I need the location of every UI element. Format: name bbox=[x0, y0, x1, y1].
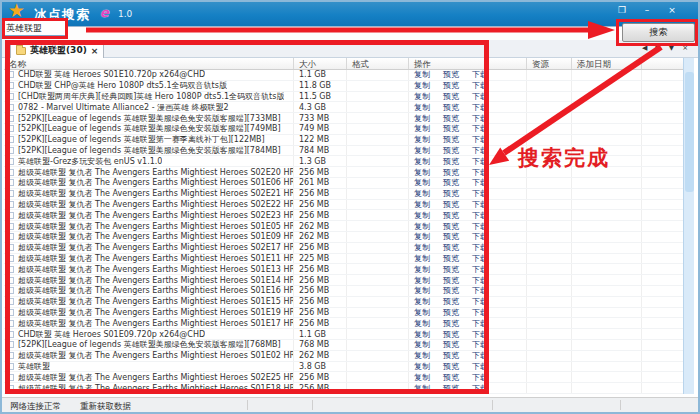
download-link[interactable]: 下载 bbox=[472, 70, 488, 80]
download-link[interactable]: 下载 bbox=[472, 210, 488, 220]
download-link[interactable]: 下载 bbox=[472, 243, 488, 253]
preview-link[interactable]: 预览 bbox=[443, 243, 459, 253]
download-link[interactable]: 下载 bbox=[472, 81, 488, 91]
preview-link[interactable]: 预览 bbox=[443, 189, 459, 199]
copy-link[interactable]: 复制 bbox=[414, 383, 430, 393]
file-checkbox[interactable] bbox=[7, 223, 14, 230]
download-link[interactable]: 下载 bbox=[472, 329, 488, 339]
download-link[interactable]: 下载 bbox=[472, 135, 488, 145]
copy-link[interactable]: 复制 bbox=[414, 351, 430, 361]
preview-link[interactable]: 预览 bbox=[443, 329, 459, 339]
download-link[interactable]: 下载 bbox=[472, 340, 488, 350]
file-checkbox[interactable] bbox=[7, 374, 14, 381]
table-row[interactable]: 超级英雄联盟 复仇者 The Avengers Earths Mightiest… bbox=[4, 243, 694, 254]
scrollbar-thumb[interactable] bbox=[685, 72, 694, 192]
vertical-scrollbar[interactable] bbox=[683, 58, 694, 394]
download-link[interactable]: 下载 bbox=[472, 254, 488, 264]
copy-link[interactable]: 复制 bbox=[414, 254, 430, 264]
download-link[interactable]: 下载 bbox=[472, 383, 488, 393]
download-link[interactable]: 下载 bbox=[472, 102, 488, 112]
download-link[interactable]: 下载 bbox=[472, 297, 488, 307]
download-link[interactable]: 下载 bbox=[472, 200, 488, 210]
file-checkbox[interactable] bbox=[7, 255, 14, 262]
preview-link[interactable]: 预览 bbox=[443, 383, 459, 393]
table-row[interactable]: [CHD联盟两周年庆典][经典回顾]英雄 Hero 1080P dts5.1全码… bbox=[4, 92, 694, 103]
copy-link[interactable]: 复制 bbox=[414, 372, 430, 382]
file-checkbox[interactable] bbox=[7, 169, 14, 176]
table-row[interactable]: 超级英雄联盟 复仇者 The Avengers Earths Mightiest… bbox=[4, 286, 694, 297]
copy-link[interactable]: 复制 bbox=[414, 243, 430, 253]
file-checkbox[interactable] bbox=[7, 82, 14, 89]
tab-scroll-right-icon[interactable]: ▶ bbox=[655, 43, 660, 53]
download-link[interactable]: 下载 bbox=[472, 286, 488, 296]
preview-link[interactable]: 预览 bbox=[443, 210, 459, 220]
preview-link[interactable]: 预览 bbox=[443, 124, 459, 134]
download-link[interactable]: 下载 bbox=[472, 92, 488, 102]
preview-link[interactable]: 预览 bbox=[443, 135, 459, 145]
file-checkbox[interactable] bbox=[7, 158, 14, 165]
file-checkbox[interactable] bbox=[7, 136, 14, 143]
download-link[interactable]: 下载 bbox=[472, 178, 488, 188]
file-checkbox[interactable] bbox=[7, 385, 14, 392]
table-row[interactable]: 0782 - Marvel Ultimate Alliance2 - 漫画英雄 … bbox=[4, 102, 694, 113]
table-row[interactable]: 超级英雄联盟 复仇者 The Avengers Earths Mightiest… bbox=[4, 221, 694, 232]
copy-link[interactable]: 复制 bbox=[414, 167, 430, 177]
file-checkbox[interactable] bbox=[7, 341, 14, 348]
column-header-resource[interactable]: 资源 bbox=[527, 58, 572, 69]
search-input[interactable] bbox=[3, 20, 66, 36]
table-row[interactable]: 超级英雄联盟 复仇者 The Avengers Earths Mightiest… bbox=[4, 308, 694, 319]
table-row[interactable]: 超级英雄联盟 复仇者 The Avengers Earths Mightiest… bbox=[4, 275, 694, 286]
copy-link[interactable]: 复制 bbox=[414, 297, 430, 307]
copy-link[interactable]: 复制 bbox=[414, 81, 430, 91]
table-row[interactable]: 超级英雄联盟 复仇者 The Avengers Earths Mightiest… bbox=[4, 318, 694, 329]
preview-link[interactable]: 预览 bbox=[443, 254, 459, 264]
table-row[interactable]: 超级英雄联盟 复仇者 The Avengers Earths Mightiest… bbox=[4, 210, 694, 221]
file-checkbox[interactable] bbox=[7, 233, 14, 240]
preview-link[interactable]: 预览 bbox=[443, 221, 459, 231]
file-checkbox[interactable] bbox=[7, 125, 14, 132]
table-row[interactable]: 超级英雄联盟 复仇者 The Avengers Earths Mightiest… bbox=[4, 232, 694, 243]
download-link[interactable]: 下载 bbox=[472, 189, 488, 199]
copy-link[interactable]: 复制 bbox=[414, 178, 430, 188]
download-link[interactable]: 下载 bbox=[472, 362, 488, 372]
file-checkbox[interactable] bbox=[7, 363, 14, 370]
download-link[interactable]: 下载 bbox=[472, 275, 488, 285]
preview-link[interactable]: 预览 bbox=[443, 318, 459, 328]
table-row[interactable]: CHD联盟 英雄 Heroes S01E09.720p x264@CHD1.1 … bbox=[4, 329, 694, 340]
file-checkbox[interactable] bbox=[7, 309, 14, 316]
copy-link[interactable]: 复制 bbox=[414, 156, 430, 166]
copy-link[interactable]: 复制 bbox=[414, 318, 430, 328]
table-row[interactable]: 超级英雄联盟 复仇者 The Avengers Earths Mightiest… bbox=[4, 254, 694, 265]
preview-link[interactable]: 预览 bbox=[443, 146, 459, 156]
preview-link[interactable]: 预览 bbox=[443, 362, 459, 372]
copy-link[interactable]: 复制 bbox=[414, 146, 430, 156]
column-header-operation[interactable]: 操作 bbox=[409, 58, 527, 69]
preview-link[interactable]: 预览 bbox=[443, 70, 459, 80]
copy-link[interactable]: 复制 bbox=[414, 340, 430, 350]
tab-scroll-left-icon[interactable]: ◀ bbox=[642, 43, 647, 53]
preview-link[interactable]: 预览 bbox=[443, 92, 459, 102]
download-link[interactable]: 下载 bbox=[472, 113, 488, 123]
copy-link[interactable]: 复制 bbox=[414, 329, 430, 339]
table-row[interactable]: [52PK][League of legends 英雄联盟美服绿色免安装版客服端… bbox=[4, 113, 694, 124]
copy-link[interactable]: 复制 bbox=[414, 210, 430, 220]
file-checkbox[interactable] bbox=[7, 287, 14, 294]
preview-link[interactable]: 预览 bbox=[443, 275, 459, 285]
preview-link[interactable]: 预览 bbox=[443, 340, 459, 350]
preview-link[interactable]: 预览 bbox=[443, 200, 459, 210]
copy-link[interactable]: 复制 bbox=[414, 232, 430, 242]
column-header-name[interactable]: 名称 bbox=[4, 58, 294, 69]
restore-button[interactable]: ❐ bbox=[614, 4, 630, 16]
search-button[interactable]: 搜索 bbox=[622, 23, 695, 42]
copy-link[interactable]: 复制 bbox=[414, 92, 430, 102]
table-row[interactable]: 英雄联盟3.8 GB复制预览下载 bbox=[4, 362, 694, 373]
file-checkbox[interactable] bbox=[7, 201, 14, 208]
preview-link[interactable]: 预览 bbox=[443, 351, 459, 361]
preview-link[interactable]: 预览 bbox=[443, 372, 459, 382]
copy-link[interactable]: 复制 bbox=[414, 200, 430, 210]
file-checkbox[interactable] bbox=[7, 147, 14, 154]
file-checkbox[interactable] bbox=[7, 244, 14, 251]
download-link[interactable]: 下载 bbox=[472, 318, 488, 328]
preview-link[interactable]: 预览 bbox=[443, 102, 459, 112]
file-checkbox[interactable] bbox=[7, 104, 14, 111]
